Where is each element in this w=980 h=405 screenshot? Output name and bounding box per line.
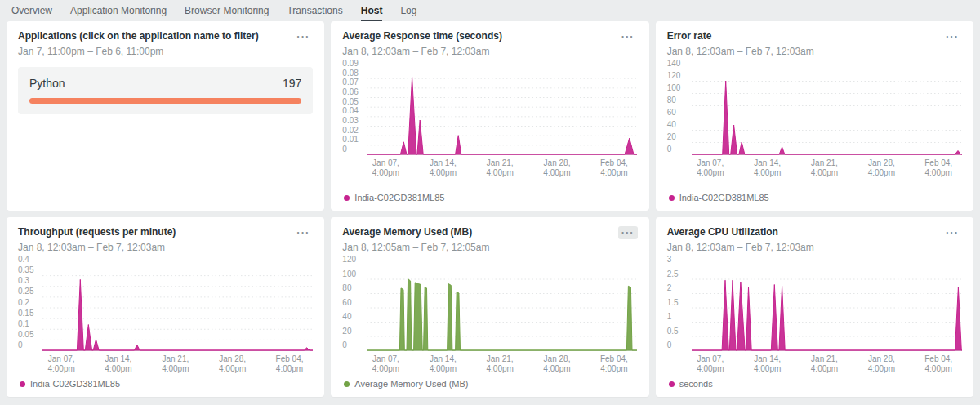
- response-time-panel-daterange: Jan 8, 12:03am – Feb 7, 12:03am: [342, 46, 637, 57]
- nav-tab-log[interactable]: Log: [400, 1, 416, 21]
- y-axis-tick: 0.25: [18, 287, 33, 296]
- nav-tab-host[interactable]: Host: [361, 1, 383, 21]
- x-axis-tick: Jan 28,4:00pm: [855, 354, 907, 374]
- legend-dot-icon: [344, 195, 350, 201]
- application-name[interactable]: Python: [29, 77, 65, 90]
- legend-label: Average Memory Used (MB): [354, 379, 468, 389]
- application-count-bar: [29, 98, 301, 104]
- legend-dot-icon: [20, 381, 25, 387]
- x-axis-tick: Jan 14,4:00pm: [742, 354, 794, 374]
- x-axis-tick: Jan 28,4:00pm: [207, 354, 259, 374]
- response-time-panel-header: Average Response time (seconds) ···: [342, 30, 637, 43]
- y-axis-tick: 0.08: [342, 69, 358, 78]
- response-time-panel-title: Average Response time (seconds): [342, 30, 617, 42]
- y-axis-tick: 0.3: [18, 277, 29, 285]
- x-axis-tick: Jan 14,4:00pm: [92, 354, 145, 374]
- y-axis-tick: 3: [667, 256, 672, 264]
- x-axis-labels: Jan 07,4:00pmJan 14,4:00pmJan 21,4:00pmJ…: [692, 158, 962, 180]
- memory-panel: Average Memory Used (MB) ··· Jan 8, 12:0…: [331, 217, 648, 397]
- error-rate-panel: Error rate ··· Jan 8, 12:03am – Feb 7, 1…: [656, 21, 973, 211]
- overflow-menu-icon[interactable]: ···: [942, 226, 962, 239]
- y-axis-tick: 0.05: [342, 98, 358, 106]
- x-axis-tick: Jan 14,4:00pm: [742, 158, 794, 178]
- x-axis-tick: Jan 21,4:00pm: [799, 158, 851, 178]
- x-axis-tick: Feb 04,4:00pm: [912, 354, 964, 374]
- y-axis-tick: 2: [667, 284, 672, 292]
- y-axis-tick: 0.01: [342, 136, 358, 144]
- error-rate-panel-title: Error rate: [667, 30, 942, 42]
- x-axis-tick: Jan 21,4:00pm: [474, 354, 526, 374]
- x-axis-tick: Feb 04,4:00pm: [588, 158, 640, 178]
- overflow-menu-icon[interactable]: ···: [293, 226, 313, 239]
- throughput-panel: Throughput (requests per minute) ··· Jan…: [7, 217, 324, 397]
- error-rate-chart[interactable]: 140120100806040200 Jan 07,4:00pmJan 14,4…: [667, 65, 962, 180]
- response-time-panel: Average Response time (seconds) ··· Jan …: [331, 21, 648, 211]
- memory-chart[interactable]: 120100806040200 Jan 07,4:00pmJan 14,4:00…: [342, 261, 637, 376]
- y-axis-tick: 0.06: [342, 88, 358, 96]
- legend-label: seconds: [679, 379, 713, 389]
- y-axis-tick: 120: [342, 256, 356, 264]
- response-time-chart[interactable]: 0.090.080.070.060.050.040.030.020.010 Ja…: [342, 65, 637, 180]
- y-axis-tick: 0.07: [342, 78, 358, 87]
- y-axis-tick: 80: [342, 284, 351, 292]
- chart-plot-area[interactable]: [692, 261, 962, 351]
- y-axis-tick: 0.03: [342, 117, 358, 125]
- legend-item-host[interactable]: India-C02GD381ML85: [667, 193, 962, 202]
- y-axis-tick: 40: [342, 313, 351, 321]
- y-axis-tick: 0: [342, 341, 347, 349]
- chart-plot-area[interactable]: [367, 261, 637, 351]
- y-axis-tick: 140: [667, 60, 681, 68]
- y-axis-tick: 20: [342, 327, 351, 336]
- y-axis-tick: 40: [667, 121, 676, 129]
- cpu-panel-title: Average CPU Utilization: [667, 226, 942, 238]
- x-axis-tick: Jan 07,4:00pm: [359, 158, 412, 178]
- y-axis-labels: 120100806040200: [342, 261, 366, 351]
- cpu-chart[interactable]: 32.521.510.50 Jan 07,4:00pmJan 14,4:00pm…: [667, 261, 962, 376]
- legend-item-host[interactable]: India-C02GD381ML85: [342, 193, 637, 202]
- nav-tab-transactions[interactable]: Transactions: [287, 1, 342, 21]
- y-axis-tick: 0: [18, 341, 23, 349]
- x-axis-tick: Jan 28,4:00pm: [531, 158, 583, 178]
- nav-tab-browser-monitoring[interactable]: Browser Monitoring: [185, 1, 269, 21]
- applications-panel-title: Applications (click on the application n…: [18, 30, 293, 42]
- applications-panel-header: Applications (click on the application n…: [18, 30, 313, 43]
- y-axis-tick: 60: [667, 109, 676, 117]
- nav-tab-application-monitoring[interactable]: Application Monitoring: [70, 1, 167, 21]
- x-axis-tick: Jan 07,4:00pm: [684, 354, 737, 374]
- throughput-panel-daterange: Jan 8, 12:03am – Feb 7, 12:03am: [18, 242, 313, 253]
- legend-item-host[interactable]: India-C02GD381ML85: [18, 379, 313, 389]
- legend-label: India-C02GD381ML85: [30, 379, 120, 389]
- y-axis-labels: 140120100806040200: [667, 65, 691, 155]
- throughput-panel-header: Throughput (requests per minute) ···: [18, 226, 313, 239]
- chart-plot-area[interactable]: [692, 65, 962, 155]
- overflow-menu-icon[interactable]: ···: [293, 30, 313, 43]
- chart-plot-area[interactable]: [367, 65, 637, 155]
- y-axis-tick: 0.05: [18, 331, 33, 339]
- overflow-menu-icon[interactable]: ···: [618, 226, 638, 239]
- chart-plot-area[interactable]: [42, 261, 313, 351]
- memory-panel-daterange: Jan 8, 12:05am – Feb 7, 12:05am: [342, 242, 637, 253]
- application-count: 197: [283, 77, 301, 90]
- y-axis-tick: 120: [667, 72, 681, 80]
- y-axis-tick: 60: [342, 299, 351, 307]
- x-axis-tick: Jan 07,4:00pm: [35, 354, 87, 374]
- y-axis-labels: 0.090.080.070.060.050.040.030.020.010: [342, 65, 366, 155]
- x-axis-tick: Jan 07,4:00pm: [684, 158, 737, 178]
- x-axis-tick: Feb 04,4:00pm: [264, 354, 316, 374]
- application-filter-row-python[interactable]: Python 197: [18, 67, 313, 114]
- nav-tab-overview[interactable]: Overview: [11, 1, 52, 21]
- dashboard-grid: Applications (click on the application n…: [7, 21, 973, 397]
- throughput-chart[interactable]: 0.40.350.30.250.20.150.10.050 Jan 07,4:0…: [18, 261, 313, 376]
- legend-dot-icon: [344, 381, 350, 387]
- overflow-menu-icon[interactable]: ···: [942, 30, 962, 43]
- x-axis-tick: Jan 07,4:00pm: [359, 354, 412, 374]
- applications-panel: Applications (click on the application n…: [7, 21, 324, 211]
- x-axis-labels: Jan 07,4:00pmJan 14,4:00pmJan 21,4:00pmJ…: [692, 354, 962, 376]
- overflow-menu-icon[interactable]: ···: [618, 30, 638, 43]
- legend-dot-icon: [669, 381, 675, 387]
- y-axis-tick: 0: [342, 145, 347, 154]
- legend-item-seconds[interactable]: seconds: [667, 379, 962, 389]
- legend-item-memory[interactable]: Average Memory Used (MB): [342, 379, 637, 389]
- y-axis-labels: 32.521.510.50: [667, 261, 691, 351]
- y-axis-tick: 0.5: [667, 327, 679, 336]
